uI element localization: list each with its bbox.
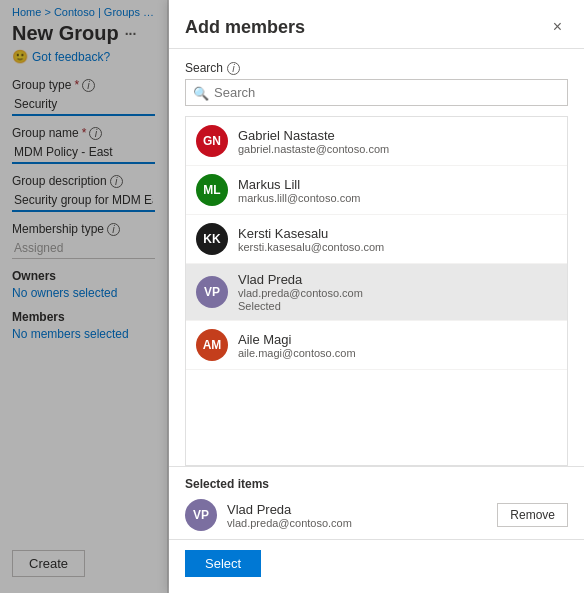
member-list-item[interactable]: VPVlad Predavlad.preda@contoso.comSelect… bbox=[186, 264, 567, 321]
search-info-icon[interactable]: i bbox=[227, 62, 240, 75]
member-email: vlad.preda@contoso.com bbox=[238, 287, 363, 299]
member-info: Gabriel Nastastegabriel.nastaste@contoso… bbox=[238, 128, 389, 155]
close-button[interactable]: × bbox=[547, 16, 568, 38]
selected-member-email: vlad.preda@contoso.com bbox=[227, 517, 352, 529]
modal-footer: Select bbox=[169, 539, 584, 593]
selected-member-name: Vlad Preda bbox=[227, 502, 352, 517]
search-input[interactable] bbox=[185, 79, 568, 106]
member-info: Markus Lillmarkus.lill@contoso.com bbox=[238, 177, 360, 204]
member-info: Vlad Predavlad.preda@contoso.comSelected bbox=[238, 272, 363, 312]
modal-header: Add members × bbox=[169, 0, 584, 49]
selected-items-title: Selected items bbox=[185, 477, 568, 491]
member-name: Vlad Preda bbox=[238, 272, 363, 287]
selected-member-info: Vlad Preda vlad.preda@contoso.com bbox=[227, 502, 352, 529]
select-button[interactable]: Select bbox=[185, 550, 261, 577]
member-avatar: AM bbox=[196, 329, 228, 361]
search-input-wrapper: 🔍 bbox=[185, 79, 568, 106]
member-avatar: VP bbox=[196, 276, 228, 308]
member-name: Kersti Kasesalu bbox=[238, 226, 384, 241]
member-email: gabriel.nastaste@contoso.com bbox=[238, 143, 389, 155]
member-list-item[interactable]: MLMarkus Lillmarkus.lill@contoso.com bbox=[186, 166, 567, 215]
selected-item-info: VP Vlad Preda vlad.preda@contoso.com bbox=[185, 499, 352, 531]
member-name: Gabriel Nastaste bbox=[238, 128, 389, 143]
member-list-item[interactable]: AMAile Magiaile.magi@contoso.com bbox=[186, 321, 567, 370]
search-icon: 🔍 bbox=[193, 85, 209, 100]
selected-item-row: VP Vlad Preda vlad.preda@contoso.com Rem… bbox=[185, 499, 568, 531]
member-email: aile.magi@contoso.com bbox=[238, 347, 356, 359]
search-label: Search i bbox=[185, 61, 568, 75]
remove-button[interactable]: Remove bbox=[497, 503, 568, 527]
member-info: Aile Magiaile.magi@contoso.com bbox=[238, 332, 356, 359]
member-avatar: GN bbox=[196, 125, 228, 157]
member-avatar: KK bbox=[196, 223, 228, 255]
member-list-item[interactable]: KKKersti Kasesalukersti.kasesalu@contoso… bbox=[186, 215, 567, 264]
member-name: Aile Magi bbox=[238, 332, 356, 347]
member-email: markus.lill@contoso.com bbox=[238, 192, 360, 204]
member-list-item[interactable]: GNGabriel Nastastegabriel.nastaste@conto… bbox=[186, 117, 567, 166]
selected-avatar: VP bbox=[185, 499, 217, 531]
member-email: kersti.kasesalu@contoso.com bbox=[238, 241, 384, 253]
member-avatar: ML bbox=[196, 174, 228, 206]
member-name: Markus Lill bbox=[238, 177, 360, 192]
selected-items-section: Selected items VP Vlad Preda vlad.preda@… bbox=[169, 466, 584, 539]
member-info: Kersti Kasesalukersti.kasesalu@contoso.c… bbox=[238, 226, 384, 253]
add-members-modal: Add members × Search i 🔍 GNGabriel Nasta… bbox=[169, 0, 584, 593]
selected-badge: Selected bbox=[238, 300, 363, 312]
members-list: GNGabriel Nastastegabriel.nastaste@conto… bbox=[185, 116, 568, 466]
modal-title: Add members bbox=[185, 17, 305, 38]
modal-body: Search i 🔍 GNGabriel Nastastegabriel.nas… bbox=[169, 49, 584, 466]
